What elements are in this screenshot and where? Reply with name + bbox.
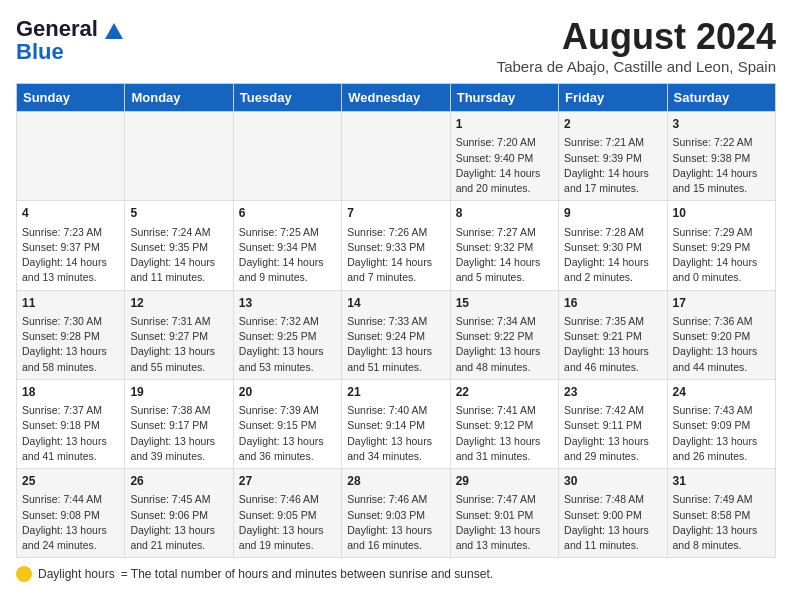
- calendar-cell: 28Sunrise: 7:46 AM Sunset: 9:03 PM Dayli…: [342, 469, 450, 558]
- weekday-header-monday: Monday: [125, 84, 233, 112]
- day-number: 7: [347, 205, 444, 222]
- day-number: 26: [130, 473, 227, 490]
- calendar-cell: 2Sunrise: 7:21 AM Sunset: 9:39 PM Daylig…: [559, 112, 667, 201]
- day-info: Sunrise: 7:34 AM Sunset: 9:22 PM Dayligh…: [456, 314, 553, 375]
- month-year-title: August 2024: [497, 16, 776, 58]
- calendar-cell: 16Sunrise: 7:35 AM Sunset: 9:21 PM Dayli…: [559, 290, 667, 379]
- day-info: Sunrise: 7:21 AM Sunset: 9:39 PM Dayligh…: [564, 135, 661, 196]
- calendar-cell: 29Sunrise: 7:47 AM Sunset: 9:01 PM Dayli…: [450, 469, 558, 558]
- weekday-header-row: SundayMondayTuesdayWednesdayThursdayFrid…: [17, 84, 776, 112]
- day-number: 30: [564, 473, 661, 490]
- logo-general: General: [16, 16, 98, 41]
- day-info: Sunrise: 7:42 AM Sunset: 9:11 PM Dayligh…: [564, 403, 661, 464]
- day-info: Sunrise: 7:32 AM Sunset: 9:25 PM Dayligh…: [239, 314, 336, 375]
- calendar-cell: 19Sunrise: 7:38 AM Sunset: 9:17 PM Dayli…: [125, 379, 233, 468]
- calendar-cell: 24Sunrise: 7:43 AM Sunset: 9:09 PM Dayli…: [667, 379, 775, 468]
- day-info: Sunrise: 7:43 AM Sunset: 9:09 PM Dayligh…: [673, 403, 770, 464]
- calendar-week-1: 1Sunrise: 7:20 AM Sunset: 9:40 PM Daylig…: [17, 112, 776, 201]
- calendar-cell: 1Sunrise: 7:20 AM Sunset: 9:40 PM Daylig…: [450, 112, 558, 201]
- weekday-header-friday: Friday: [559, 84, 667, 112]
- day-info: Sunrise: 7:28 AM Sunset: 9:30 PM Dayligh…: [564, 225, 661, 286]
- calendar-cell: 18Sunrise: 7:37 AM Sunset: 9:18 PM Dayli…: [17, 379, 125, 468]
- day-number: 6: [239, 205, 336, 222]
- calendar-cell: [233, 112, 341, 201]
- day-info: Sunrise: 7:24 AM Sunset: 9:35 PM Dayligh…: [130, 225, 227, 286]
- calendar-cell: 14Sunrise: 7:33 AM Sunset: 9:24 PM Dayli…: [342, 290, 450, 379]
- day-info: Sunrise: 7:39 AM Sunset: 9:15 PM Dayligh…: [239, 403, 336, 464]
- day-info: Sunrise: 7:37 AM Sunset: 9:18 PM Dayligh…: [22, 403, 119, 464]
- weekday-header-saturday: Saturday: [667, 84, 775, 112]
- day-info: Sunrise: 7:35 AM Sunset: 9:21 PM Dayligh…: [564, 314, 661, 375]
- day-number: 4: [22, 205, 119, 222]
- day-info: Sunrise: 7:29 AM Sunset: 9:29 PM Dayligh…: [673, 225, 770, 286]
- calendar-cell: 21Sunrise: 7:40 AM Sunset: 9:14 PM Dayli…: [342, 379, 450, 468]
- calendar-cell: 8Sunrise: 7:27 AM Sunset: 9:32 PM Daylig…: [450, 201, 558, 290]
- day-number: 28: [347, 473, 444, 490]
- day-number: 5: [130, 205, 227, 222]
- day-info: Sunrise: 7:26 AM Sunset: 9:33 PM Dayligh…: [347, 225, 444, 286]
- calendar-table: SundayMondayTuesdayWednesdayThursdayFrid…: [16, 83, 776, 558]
- day-info: Sunrise: 7:33 AM Sunset: 9:24 PM Dayligh…: [347, 314, 444, 375]
- day-info: Sunrise: 7:46 AM Sunset: 9:05 PM Dayligh…: [239, 492, 336, 553]
- footer-label: Daylight hours: [38, 567, 115, 581]
- day-info: Sunrise: 7:45 AM Sunset: 9:06 PM Dayligh…: [130, 492, 227, 553]
- day-number: 3: [673, 116, 770, 133]
- day-info: Sunrise: 7:20 AM Sunset: 9:40 PM Dayligh…: [456, 135, 553, 196]
- day-number: 16: [564, 295, 661, 312]
- page-header: General Blue August 2024 Tabera de Abajo…: [16, 16, 776, 75]
- day-number: 2: [564, 116, 661, 133]
- calendar-cell: 22Sunrise: 7:41 AM Sunset: 9:12 PM Dayli…: [450, 379, 558, 468]
- calendar-cell: 30Sunrise: 7:48 AM Sunset: 9:00 PM Dayli…: [559, 469, 667, 558]
- calendar-cell: 4Sunrise: 7:23 AM Sunset: 9:37 PM Daylig…: [17, 201, 125, 290]
- day-info: Sunrise: 7:23 AM Sunset: 9:37 PM Dayligh…: [22, 225, 119, 286]
- calendar-week-2: 4Sunrise: 7:23 AM Sunset: 9:37 PM Daylig…: [17, 201, 776, 290]
- day-info: Sunrise: 7:40 AM Sunset: 9:14 PM Dayligh…: [347, 403, 444, 464]
- day-info: Sunrise: 7:38 AM Sunset: 9:17 PM Dayligh…: [130, 403, 227, 464]
- calendar-cell: 9Sunrise: 7:28 AM Sunset: 9:30 PM Daylig…: [559, 201, 667, 290]
- calendar-cell: 31Sunrise: 7:49 AM Sunset: 8:58 PM Dayli…: [667, 469, 775, 558]
- calendar-cell: 25Sunrise: 7:44 AM Sunset: 9:08 PM Dayli…: [17, 469, 125, 558]
- calendar-week-5: 25Sunrise: 7:44 AM Sunset: 9:08 PM Dayli…: [17, 469, 776, 558]
- day-number: 25: [22, 473, 119, 490]
- day-number: 24: [673, 384, 770, 401]
- day-number: 31: [673, 473, 770, 490]
- day-number: 11: [22, 295, 119, 312]
- sun-icon: [16, 566, 32, 582]
- day-info: Sunrise: 7:30 AM Sunset: 9:28 PM Dayligh…: [22, 314, 119, 375]
- day-number: 9: [564, 205, 661, 222]
- calendar-cell: 20Sunrise: 7:39 AM Sunset: 9:15 PM Dayli…: [233, 379, 341, 468]
- day-number: 15: [456, 295, 553, 312]
- calendar-cell: [17, 112, 125, 201]
- day-info: Sunrise: 7:46 AM Sunset: 9:03 PM Dayligh…: [347, 492, 444, 553]
- day-info: Sunrise: 7:41 AM Sunset: 9:12 PM Dayligh…: [456, 403, 553, 464]
- weekday-header-sunday: Sunday: [17, 84, 125, 112]
- day-number: 1: [456, 116, 553, 133]
- logo: General Blue: [16, 16, 125, 65]
- calendar-cell: 11Sunrise: 7:30 AM Sunset: 9:28 PM Dayli…: [17, 290, 125, 379]
- calendar-cell: 6Sunrise: 7:25 AM Sunset: 9:34 PM Daylig…: [233, 201, 341, 290]
- logo-text-block: General Blue: [16, 16, 125, 65]
- calendar-cell: 12Sunrise: 7:31 AM Sunset: 9:27 PM Dayli…: [125, 290, 233, 379]
- day-number: 20: [239, 384, 336, 401]
- svg-marker-0: [105, 23, 123, 39]
- day-number: 17: [673, 295, 770, 312]
- day-number: 10: [673, 205, 770, 222]
- calendar-footer: Daylight hours = The total number of hou…: [16, 566, 776, 582]
- day-info: Sunrise: 7:44 AM Sunset: 9:08 PM Dayligh…: [22, 492, 119, 553]
- weekday-header-tuesday: Tuesday: [233, 84, 341, 112]
- day-number: 13: [239, 295, 336, 312]
- calendar-cell: [342, 112, 450, 201]
- day-info: Sunrise: 7:25 AM Sunset: 9:34 PM Dayligh…: [239, 225, 336, 286]
- calendar-cell: [125, 112, 233, 201]
- day-number: 14: [347, 295, 444, 312]
- day-number: 12: [130, 295, 227, 312]
- calendar-cell: 27Sunrise: 7:46 AM Sunset: 9:05 PM Dayli…: [233, 469, 341, 558]
- footer-desc: = The total number of hours and minutes …: [121, 567, 493, 581]
- logo-triangle-icon: [103, 21, 125, 43]
- day-info: Sunrise: 7:49 AM Sunset: 8:58 PM Dayligh…: [673, 492, 770, 553]
- day-number: 19: [130, 384, 227, 401]
- calendar-cell: 17Sunrise: 7:36 AM Sunset: 9:20 PM Dayli…: [667, 290, 775, 379]
- weekday-header-thursday: Thursday: [450, 84, 558, 112]
- day-number: 29: [456, 473, 553, 490]
- calendar-week-3: 11Sunrise: 7:30 AM Sunset: 9:28 PM Dayli…: [17, 290, 776, 379]
